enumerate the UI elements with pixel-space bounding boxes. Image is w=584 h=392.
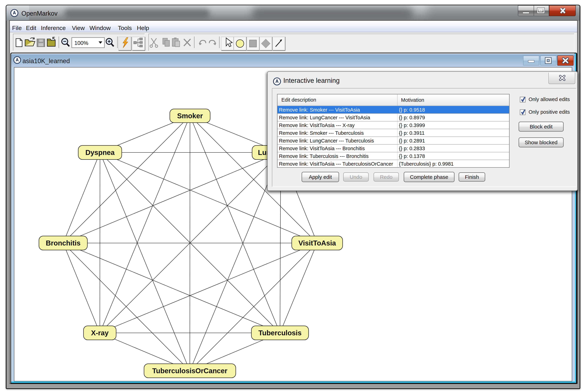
svg-text:Bronchitis: Bronchitis: [46, 239, 80, 247]
svg-text:100%: 100%: [74, 40, 88, 46]
svg-text:VisitToAsia: VisitToAsia: [298, 239, 336, 247]
svg-text:TuberculosisOrCancer: TuberculosisOrCancer: [152, 367, 227, 375]
svg-text:Tuberculosis: Tuberculosis: [258, 329, 302, 337]
svg-text:Dyspnea: Dyspnea: [85, 148, 115, 156]
svg-text:Smoker: Smoker: [177, 112, 203, 120]
svg-text:X-ray: X-ray: [91, 329, 109, 337]
